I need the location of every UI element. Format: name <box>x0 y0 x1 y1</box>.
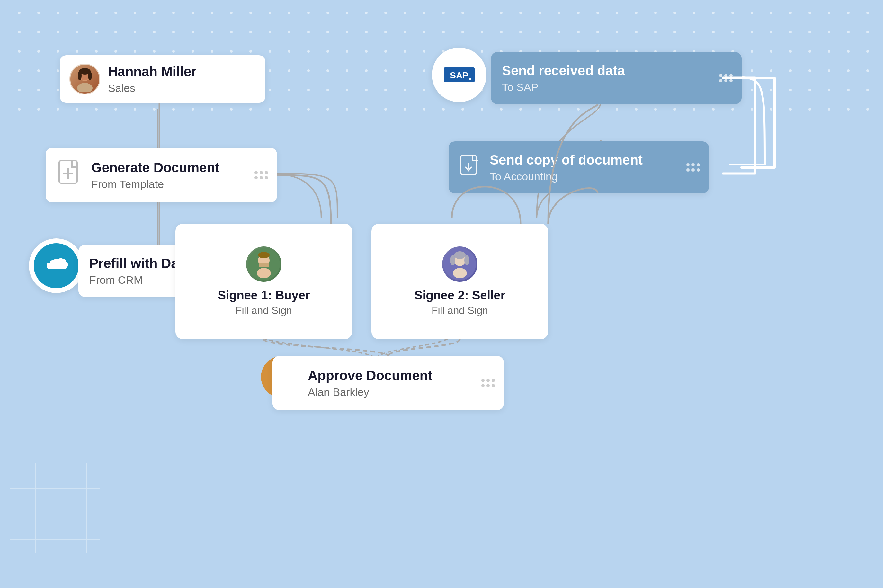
svg-point-7 <box>88 71 92 80</box>
approve-doc-card: Approve Document Alan Barkley <box>273 356 504 410</box>
svg-point-14 <box>469 78 471 80</box>
svg-rect-20 <box>259 263 269 267</box>
buyer-avatar <box>246 246 282 282</box>
signee2-text: Signee 2: Seller Fill and Sign <box>414 288 505 317</box>
hannah-role: Sales <box>108 82 196 94</box>
svg-point-26 <box>450 255 455 266</box>
svg-point-25 <box>454 251 466 259</box>
signee1-title: Signee 1: Buyer <box>217 288 310 303</box>
svg-point-6 <box>78 71 82 80</box>
svg-point-19 <box>257 268 271 278</box>
hannah-text: Hannah Miller Sales <box>108 64 196 94</box>
approve-doc-title: Approve Document <box>308 368 432 384</box>
send-sap-title: Send received data <box>502 63 625 79</box>
signee2-subtitle: Fill and Sign <box>432 304 488 316</box>
send-accounting-card: Send copy of document To Accounting <box>448 141 709 194</box>
signee1-card: Signee 1: Buyer Fill and Sign <box>175 224 352 339</box>
hannah-avatar <box>69 64 100 94</box>
send-sap-card: Send received data To SAP <box>491 52 742 104</box>
generate-doc-text: Generate Document From Template <box>91 160 219 190</box>
salesforce-logo-circle <box>29 238 84 293</box>
send-accounting-title: Send copy of document <box>490 152 643 168</box>
svg-text:SAP: SAP <box>450 70 468 80</box>
signee2-title: Signee 2: Seller <box>414 288 505 303</box>
approve-doc-subtitle: Alan Barkley <box>308 386 432 398</box>
send-accounting-handle[interactable] <box>687 163 700 172</box>
send-sap-subtitle: To SAP <box>502 81 625 93</box>
generate-doc-title: Generate Document <box>91 160 219 176</box>
signee1-text: Signee 1: Buyer Fill and Sign <box>217 288 310 317</box>
svg-point-27 <box>464 255 469 266</box>
signee1-subtitle: Fill and Sign <box>235 304 292 316</box>
svg-point-3 <box>77 83 93 92</box>
send-accounting-subtitle: To Accounting <box>490 170 643 183</box>
generate-doc-subtitle: From Template <box>91 178 219 190</box>
svg-point-21 <box>258 252 270 258</box>
send-accounting-text: Send copy of document To Accounting <box>490 152 643 183</box>
doc-plus-icon <box>57 160 82 190</box>
approve-doc-text: Approve Document Alan Barkley <box>308 368 432 398</box>
sap-logo-circle: SAP <box>432 48 486 102</box>
approve-doc-handle[interactable] <box>481 379 495 387</box>
svg-point-24 <box>453 268 467 278</box>
doc-download-icon <box>459 154 481 180</box>
hannah-miller-card: Hannah Miller Sales <box>60 55 265 103</box>
seller-avatar <box>442 246 477 282</box>
signee2-card: Signee 2: Seller Fill and Sign <box>372 224 548 339</box>
hannah-name: Hannah Miller <box>108 64 196 80</box>
send-sap-text: Send received data To SAP <box>502 63 625 93</box>
generate-doc-card: Generate Document From Template <box>46 148 277 202</box>
generate-doc-handle[interactable] <box>255 171 268 179</box>
send-sap-handle[interactable] <box>719 74 733 82</box>
